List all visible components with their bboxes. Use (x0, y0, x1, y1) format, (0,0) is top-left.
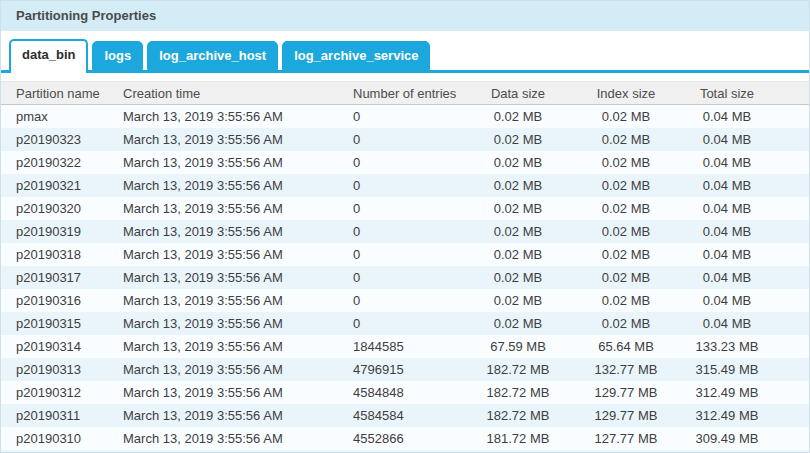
cell-index-size: 0.02 MB (575, 224, 677, 239)
cell-data-size: 0.02 MB (461, 155, 575, 170)
cell-index-size: 129.77 MB (575, 385, 677, 400)
cell-partition-name: p20190315 (1, 316, 123, 331)
cell-creation-time: March 13, 2019 3:55:56 AM (123, 224, 353, 239)
cell-creation-time: March 13, 2019 3:55:56 AM (123, 109, 353, 124)
cell-creation-time: March 13, 2019 3:55:56 AM (123, 178, 353, 193)
cell-creation-time: March 13, 2019 3:55:56 AM (123, 155, 353, 170)
cell-creation-time: March 13, 2019 3:55:56 AM (123, 247, 353, 262)
cell-data-size: 0.02 MB (461, 132, 575, 147)
table-row: pmaxMarch 13, 2019 3:55:56 AM00.02 MB0.0… (1, 105, 809, 128)
tab-log_archive_service[interactable]: log_archive_service (282, 41, 430, 70)
cell-total-size: 312.49 MB (677, 385, 777, 400)
tab-logs[interactable]: logs (92, 41, 143, 70)
cell-number-of-entries: 4552866 (353, 431, 461, 446)
column-header-index-size: Index size (575, 86, 677, 101)
column-header-creation-time: Creation time (123, 86, 353, 101)
cell-total-size: 309.49 MB (677, 431, 777, 446)
cell-total-size: 0.04 MB (677, 270, 777, 285)
table-body: pmaxMarch 13, 2019 3:55:56 AM00.02 MB0.0… (1, 105, 809, 452)
cell-number-of-entries: 0 (353, 270, 461, 285)
cell-index-size: 0.02 MB (575, 201, 677, 216)
cell-index-size: 132.77 MB (575, 362, 677, 377)
table-header-row: Partition nameCreation timeNumber of ent… (1, 81, 809, 105)
cell-data-size: 182.72 MB (461, 385, 575, 400)
cell-partition-name: p20190320 (1, 201, 123, 216)
cell-index-size: 129.77 MB (575, 408, 677, 423)
cell-creation-time: March 13, 2019 3:55:56 AM (123, 293, 353, 308)
table-row: p20190318March 13, 2019 3:55:56 AM00.02 … (1, 243, 809, 266)
cell-total-size: 0.04 MB (677, 155, 777, 170)
cell-data-size: 181.72 MB (461, 431, 575, 446)
panel-title: Partitioning Properties (1, 1, 809, 31)
cell-partition-name: p20190316 (1, 293, 123, 308)
cell-data-size: 0.02 MB (461, 109, 575, 124)
cell-number-of-entries: 4584848 (353, 385, 461, 400)
cell-index-size: 0.02 MB (575, 155, 677, 170)
cell-data-size: 0.02 MB (461, 178, 575, 193)
cell-data-size: 67.59 MB (461, 339, 575, 354)
cell-creation-time: March 13, 2019 3:55:56 AM (123, 431, 353, 446)
table-row: p20190314March 13, 2019 3:55:56 AM184458… (1, 335, 809, 358)
partitions-table: Partition nameCreation timeNumber of ent… (1, 81, 809, 452)
cell-number-of-entries: 0 (353, 224, 461, 239)
cell-partition-name: p20190323 (1, 132, 123, 147)
cell-partition-name: p20190322 (1, 155, 123, 170)
cell-total-size: 0.04 MB (677, 224, 777, 239)
cell-data-size: 0.02 MB (461, 293, 575, 308)
cell-number-of-entries: 4584584 (353, 408, 461, 423)
cell-partition-name: p20190318 (1, 247, 123, 262)
cell-index-size: 0.02 MB (575, 132, 677, 147)
cell-index-size: 0.02 MB (575, 178, 677, 193)
cell-number-of-entries: 0 (353, 293, 461, 308)
cell-data-size: 0.02 MB (461, 316, 575, 331)
cell-creation-time: March 13, 2019 3:55:56 AM (123, 385, 353, 400)
cell-total-size: 0.04 MB (677, 247, 777, 262)
cell-creation-time: March 13, 2019 3:55:56 AM (123, 132, 353, 147)
partitioning-properties-panel: Partitioning Properties data_binlogslog_… (0, 0, 810, 453)
cell-number-of-entries: 0 (353, 201, 461, 216)
column-header-data-size: Data size (461, 86, 575, 101)
cell-index-size: 0.02 MB (575, 109, 677, 124)
table-row: p20190320March 13, 2019 3:55:56 AM00.02 … (1, 197, 809, 220)
column-header-number-of-entries: Number of entries (353, 86, 461, 101)
cell-index-size: 65.64 MB (575, 339, 677, 354)
column-header-partition-name: Partition name (1, 86, 123, 101)
cell-number-of-entries: 0 (353, 178, 461, 193)
column-header-total-size: Total size (677, 86, 777, 101)
cell-number-of-entries: 0 (353, 247, 461, 262)
tab-data_bin[interactable]: data_bin (9, 39, 88, 70)
cell-number-of-entries: 1844585 (353, 339, 461, 354)
cell-total-size: 0.04 MB (677, 178, 777, 193)
cell-total-size: 133.23 MB (677, 339, 777, 354)
cell-total-size: 315.49 MB (677, 362, 777, 377)
cell-partition-name: p20190317 (1, 270, 123, 285)
table-row: p20190323March 13, 2019 3:55:56 AM00.02 … (1, 128, 809, 151)
table-row: p20190322March 13, 2019 3:55:56 AM00.02 … (1, 151, 809, 174)
cell-creation-time: March 13, 2019 3:55:56 AM (123, 270, 353, 285)
table-row: p20190310March 13, 2019 3:55:56 AM455286… (1, 427, 809, 450)
cell-partition-name: p20190312 (1, 385, 123, 400)
table-row: p20190311March 13, 2019 3:55:56 AM458458… (1, 404, 809, 427)
cell-data-size: 0.02 MB (461, 247, 575, 262)
cell-number-of-entries: 4796915 (353, 362, 461, 377)
cell-partition-name: p20190313 (1, 362, 123, 377)
cell-index-size: 0.02 MB (575, 270, 677, 285)
cell-index-size: 0.02 MB (575, 316, 677, 331)
cell-creation-time: March 13, 2019 3:55:56 AM (123, 408, 353, 423)
cell-index-size: 0.02 MB (575, 247, 677, 262)
cell-data-size: 0.02 MB (461, 224, 575, 239)
cell-partition-name: p20190314 (1, 339, 123, 354)
tab-log_archive_host[interactable]: log_archive_host (147, 41, 278, 70)
tab-bar: data_binlogslog_archive_hostlog_archive_… (1, 39, 809, 73)
cell-total-size: 0.04 MB (677, 109, 777, 124)
table-row: p20190319March 13, 2019 3:55:56 AM00.02 … (1, 220, 809, 243)
cell-total-size: 0.04 MB (677, 316, 777, 331)
cell-data-size: 182.72 MB (461, 362, 575, 377)
cell-number-of-entries: 0 (353, 132, 461, 147)
table-row: p20190316March 13, 2019 3:55:56 AM00.02 … (1, 289, 809, 312)
table-row: p20190312March 13, 2019 3:55:56 AM458484… (1, 381, 809, 404)
cell-partition-name: p20190310 (1, 431, 123, 446)
cell-total-size: 0.04 MB (677, 293, 777, 308)
cell-index-size: 127.77 MB (575, 431, 677, 446)
cell-partition-name: pmax (1, 109, 123, 124)
